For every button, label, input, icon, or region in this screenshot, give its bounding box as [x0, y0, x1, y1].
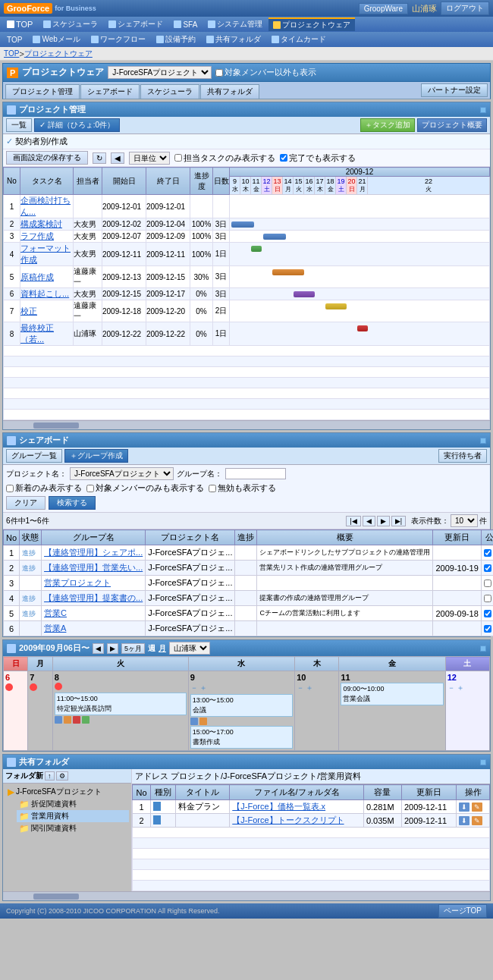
nav-sharedfolder[interactable]: 共有フォルダ: [202, 33, 265, 46]
cal-event[interactable]: 09:00〜10:00 営業会議: [341, 683, 443, 705]
nav-sfa[interactable]: SFA: [169, 20, 202, 30]
folder-item[interactable]: 📁 関引関連資料: [17, 822, 129, 834]
nav-projectware[interactable]: プロジェクトウェア: [268, 17, 355, 31]
th-no: No: [133, 785, 151, 800]
exec-btn[interactable]: 実行待ち者: [438, 449, 487, 463]
add-icon[interactable]: ＋: [457, 683, 464, 693]
pm-list-tab[interactable]: 一覧: [6, 118, 32, 132]
copy-icon[interactable]: [199, 718, 207, 725]
add-icon[interactable]: ＋: [306, 683, 313, 693]
sb-project-select[interactable]: J-ForceSFAプロジェクト: [70, 467, 174, 480]
horizontal-scrollbar[interactable]: [3, 420, 490, 429]
cal-month-btn[interactable]: 月: [159, 643, 166, 654]
download-btn[interactable]: ⬇: [459, 803, 469, 812]
public-cb[interactable]: [484, 549, 491, 557]
prev-btn[interactable]: ◀: [111, 152, 124, 164]
nav-timecard[interactable]: タイムカード: [267, 33, 331, 46]
page-prev[interactable]: ◀: [363, 516, 375, 526]
sb-collapse-icon[interactable]: [480, 438, 486, 444]
edit-icon[interactable]: [55, 716, 62, 724]
date-unit-select[interactable]: 日単位: [129, 152, 170, 165]
member-toggle-checkbox[interactable]: [215, 69, 223, 77]
pm-detail-tab[interactable]: ✓ 詳細（ひろょ:0件）: [34, 118, 120, 132]
public-cb[interactable]: [484, 595, 491, 602]
pagetop-btn[interactable]: ページTOP: [438, 904, 487, 918]
logout-btn[interactable]: ログアウト: [441, 2, 489, 15]
page-last[interactable]: ▶|: [391, 516, 406, 526]
minus-icon[interactable]: －: [297, 683, 304, 693]
tab-scheduler[interactable]: スケジューラ: [140, 84, 199, 99]
view-icon[interactable]: [82, 716, 89, 724]
settings-btn[interactable]: ⚙: [56, 771, 68, 781]
page-next[interactable]: ▶: [377, 516, 390, 526]
task-add-btn[interactable]: ＋タスク追加: [360, 118, 415, 132]
nav-webmail[interactable]: Webメール: [28, 33, 84, 46]
cal-user-select[interactable]: 山浦琢: [169, 642, 210, 655]
nav-top[interactable]: TOP: [2, 19, 37, 30]
nav-scheduler[interactable]: スケジューラ: [39, 18, 102, 30]
scrollbar-thumb[interactable]: [33, 422, 79, 429]
del-icon[interactable]: [73, 716, 80, 724]
show-assigned-cb[interactable]: [174, 154, 182, 162]
tab-sharedfolder[interactable]: 共有フォルダ: [200, 84, 259, 99]
upload-btn[interactable]: ↑: [45, 771, 55, 781]
cal-5month[interactable]: 5ヶ月: [121, 643, 145, 654]
group-create-btn[interactable]: ＋グループ作成: [64, 449, 128, 463]
table-row-empty: [4, 367, 490, 378]
show-completed-cb[interactable]: [280, 154, 287, 162]
no-show-cb[interactable]: [209, 485, 216, 492]
folder-root[interactable]: ▶ J-ForceSFAプロジェクト: [5, 786, 129, 798]
project-edit-btn[interactable]: プロジェクト概要: [417, 118, 487, 132]
nav-workflow[interactable]: ワークフロー: [86, 33, 150, 46]
cal-event2[interactable]: 15:00〜17:00 書類作成: [190, 726, 293, 749]
member-only-cb[interactable]: [86, 485, 94, 492]
edit-file-btn[interactable]: ✎: [472, 803, 482, 812]
public-cb[interactable]: [484, 564, 491, 572]
public-cb[interactable]: [484, 625, 491, 633]
sf-scrollbar[interactable]: [3, 891, 490, 900]
pm-collapse-icon[interactable]: [480, 107, 486, 113]
event-add-icon[interactable]: [5, 683, 13, 691]
download-btn[interactable]: ⬇: [459, 816, 469, 825]
cal-prev[interactable]: ◀: [93, 643, 104, 654]
breadcrumb-top[interactable]: TOP: [4, 49, 19, 58]
project-select[interactable]: J-ForceSFAプロジェクト: [108, 66, 212, 79]
event-add-icon[interactable]: [55, 683, 62, 690]
search-btn[interactable]: 検索する: [49, 496, 96, 510]
copy-icon[interactable]: [64, 716, 71, 724]
sf-scrollbar-thumb[interactable]: [33, 894, 79, 900]
nav-equipment[interactable]: 設備予約: [152, 33, 200, 46]
new-only-cb[interactable]: [6, 485, 14, 492]
group-name-input[interactable]: [225, 468, 286, 479]
clear-btn[interactable]: クリア: [6, 496, 46, 510]
tab-project-mgmt[interactable]: プロジェクト管理: [5, 84, 80, 99]
minus-icon[interactable]: －: [190, 683, 198, 693]
page-first[interactable]: |◀: [346, 516, 360, 526]
public-cb[interactable]: [484, 580, 491, 587]
save-layout-btn[interactable]: 画面設定の保存する: [6, 151, 88, 165]
refresh-btn[interactable]: ↻: [93, 152, 106, 164]
nav-system[interactable]: システム管理: [203, 18, 267, 30]
event-add-icon[interactable]: [30, 683, 37, 691]
sf-collapse-icon[interactable]: [480, 759, 486, 765]
minus-icon[interactable]: －: [447, 683, 455, 693]
partner-settings-btn[interactable]: パートナー設定: [421, 83, 488, 97]
display-count-select[interactable]: 10 20 50: [451, 514, 478, 527]
nav-home[interactable]: TOP: [2, 35, 27, 45]
folder-item-selected[interactable]: 📁 営業用資料: [17, 810, 129, 822]
edit-file-btn[interactable]: ✎: [472, 816, 482, 825]
group-list-btn[interactable]: グループ一覧: [6, 449, 62, 463]
cal-event[interactable]: 13:00〜15:00 会議: [190, 694, 293, 717]
breadcrumb-project[interactable]: プロジェクトウェア: [24, 49, 93, 59]
cal-collapse-icon[interactable]: [480, 645, 486, 652]
public-cb[interactable]: [484, 610, 491, 617]
folder-item[interactable]: 📁 折促関連資料: [17, 798, 129, 810]
edit-icon[interactable]: [190, 718, 198, 725]
tab-shareboard[interactable]: シェアボード: [80, 84, 140, 99]
cal-next[interactable]: ▶: [107, 643, 118, 654]
cal-event[interactable]: 11:00〜15:00 特定観光議長訪問: [55, 693, 187, 715]
add-icon[interactable]: ＋: [199, 683, 207, 693]
groopware-btn[interactable]: GroopWare: [359, 3, 408, 14]
nav-shareboard[interactable]: シェアボード: [104, 18, 168, 30]
gantt-container[interactable]: No タスク名 担当者 開始日 終了日 進捗度 日数 2009-12 9水 10…: [3, 167, 490, 420]
